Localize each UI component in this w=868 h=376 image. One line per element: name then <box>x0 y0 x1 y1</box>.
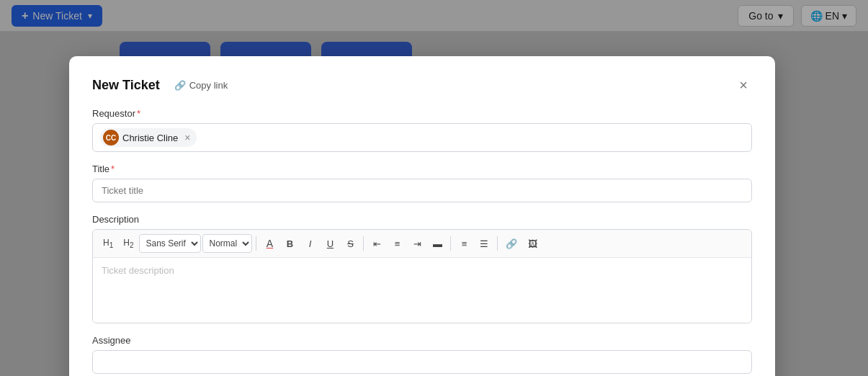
insert-link-button[interactable]: 🔗 <box>501 236 522 251</box>
toolbar-divider-4 <box>497 236 498 251</box>
description-placeholder: Ticket description <box>102 265 174 276</box>
toolbar-divider-1 <box>256 236 256 251</box>
heading2-button[interactable]: H2 <box>119 236 138 251</box>
close-button[interactable]: × <box>735 76 752 94</box>
ordered-list-button[interactable]: ≡ <box>455 236 473 251</box>
requestor-field-group: Requestor* CC Christie Cline × <box>92 108 752 152</box>
title-label: Title* <box>92 164 752 174</box>
align-right-button[interactable]: ⇥ <box>408 236 426 251</box>
strikethrough-button[interactable]: S <box>341 236 359 251</box>
font-size-select[interactable]: Normal <box>202 234 252 253</box>
description-editor: H1 H2 Sans Serif Normal A B I U S ⇤ ≡ ⇥ … <box>92 229 752 323</box>
requestor-input[interactable]: CC Christie Cline × <box>92 123 752 152</box>
description-toolbar: H1 H2 Sans Serif Normal A B I U S ⇤ ≡ ⇥ … <box>93 230 751 258</box>
requestor-label: Requestor* <box>92 108 752 119</box>
underline-button[interactable]: U <box>321 236 339 251</box>
description-field-group: Description H1 H2 Sans Serif Normal A B … <box>92 214 752 323</box>
requestor-chip: CC Christie Cline × <box>100 128 197 147</box>
title-field-group: Title* <box>92 164 752 202</box>
description-label: Description <box>92 214 752 225</box>
assignee-input[interactable] <box>92 350 752 374</box>
insert-image-button[interactable]: 🖼 <box>523 236 542 251</box>
modal-header: New Ticket 🔗 Copy link × <box>92 76 752 94</box>
unordered-list-button[interactable]: ☰ <box>475 236 493 251</box>
requestor-name: Christie Cline <box>122 133 178 143</box>
bold-button[interactable]: B <box>280 236 299 251</box>
toolbar-divider-3 <box>450 236 451 251</box>
modal-title-row: New Ticket 🔗 Copy link <box>92 78 233 93</box>
copy-link-label: Copy link <box>189 80 228 91</box>
new-ticket-modal: New Ticket 🔗 Copy link × Requestor* CC C… <box>69 56 775 376</box>
font-color-button[interactable]: A <box>260 236 279 251</box>
remove-requestor-button[interactable]: × <box>182 133 190 143</box>
heading1-button[interactable]: H1 <box>99 236 117 251</box>
description-body[interactable]: Ticket description <box>93 258 751 323</box>
link-icon: 🔗 <box>174 80 186 91</box>
avatar: CC <box>103 130 119 146</box>
align-justify-button[interactable]: ▬ <box>428 236 447 251</box>
assignee-label: Assignee <box>92 335 752 346</box>
toolbar-divider-2 <box>363 236 364 251</box>
font-family-select[interactable]: Sans Serif <box>139 234 201 253</box>
align-center-button[interactable]: ≡ <box>388 236 406 251</box>
align-left-button[interactable]: ⇤ <box>367 236 386 251</box>
title-input[interactable] <box>92 179 752 202</box>
copy-link-button[interactable]: 🔗 Copy link <box>169 78 233 93</box>
assignee-field-group: Assignee <box>92 335 752 374</box>
italic-button[interactable]: I <box>300 236 319 251</box>
modal-title: New Ticket <box>92 78 160 93</box>
